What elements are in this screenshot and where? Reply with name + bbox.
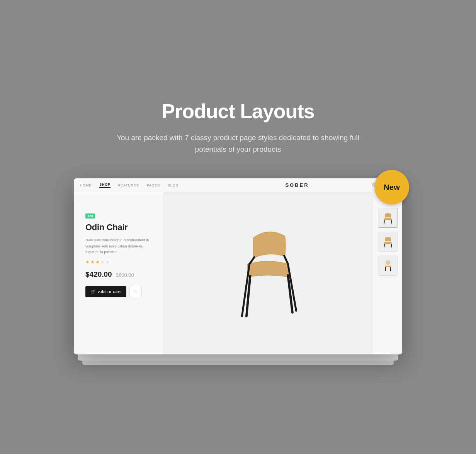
svg-line-9 [391,244,392,247]
cart-icon-small: 🛒 [91,290,96,294]
star-3: ★ [95,259,100,265]
browser-window: HOME SHOP FEATURES PAGES BLOG SOBER 🔍 👤 … [74,178,402,354]
star-1: ★ [85,259,90,265]
product-layout: $30 Odin Chair Duis aute irure dolor in … [74,192,402,354]
svg-line-6 [384,220,384,224]
svg-line-8 [384,244,384,247]
product-sale-badge: $30 [85,213,95,219]
page-wrapper: Product Layouts You are packed with 7 cl… [0,0,476,454]
mockup-container: New HOME SHOP FEATURES PAGES BLOG SOBER [74,178,402,354]
nav-item-home[interactable]: HOME [80,183,92,187]
product-image-panel [163,192,373,354]
nav-items: HOME SHOP FEATURES PAGES BLOG [80,183,222,188]
svg-line-1 [284,256,288,264]
product-actions: 🛒 Add To Cart ♡ [85,286,151,298]
svg-line-13 [390,267,391,271]
browser-shadow-stack: HOME SHOP FEATURES PAGES BLOG SOBER 🔍 👤 … [74,178,402,354]
new-badge: New [374,170,409,205]
nav-item-blog[interactable]: BLOG [168,183,178,187]
svg-point-10 [386,260,390,265]
product-price: $420.00 $600.00 [85,270,151,279]
product-info-panel: $30 Odin Chair Duis aute irure dolor in … [74,192,163,354]
product-image [218,215,318,331]
nav-item-features[interactable]: FEATURES [118,183,139,187]
product-description: Duis aute irure dolor in reprehenderit i… [85,237,151,255]
browser-nav: HOME SHOP FEATURES PAGES BLOG SOBER 🔍 👤 … [74,178,402,192]
nav-brand: SOBER [226,182,368,188]
star-4: ★ [100,259,105,265]
product-rating: ★ ★ ★ ★ ★ [85,259,151,265]
thumbnail-2[interactable] [378,232,398,252]
thumbnail-1[interactable] [378,208,398,228]
svg-rect-11 [385,266,391,267]
add-to-cart-button[interactable]: 🛒 Add To Cart [85,286,126,297]
section-subtitle: You are packed with 7 classy product pag… [107,132,369,156]
add-to-cart-label: Add To Cart [98,290,121,294]
star-5: ★ [105,259,110,265]
section-title: Product Layouts [162,100,314,123]
svg-line-7 [391,220,392,224]
svg-line-12 [385,267,386,271]
star-2: ★ [90,259,95,265]
thumbnail-3[interactable] [378,256,398,276]
wishlist-button[interactable]: ♡ [129,286,142,298]
product-thumbnails [373,192,402,354]
nav-item-pages[interactable]: PAGES [147,183,160,187]
product-name: Odin Chair [85,222,151,232]
new-badge-text: New [384,183,400,192]
price-original: $600.00 [116,272,134,278]
price-current: $420.00 [85,270,112,279]
nav-item-shop[interactable]: SHOP [99,183,110,188]
